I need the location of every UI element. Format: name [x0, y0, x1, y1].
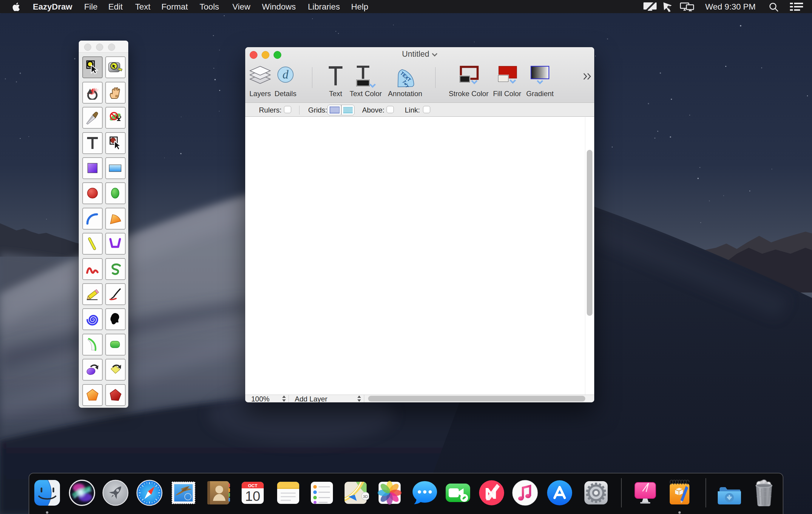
svg-text:3D: 3D [363, 494, 368, 499]
svg-text:OCT: OCT [248, 483, 257, 488]
svg-text:10: 10 [245, 488, 260, 504]
svg-text:d: d [283, 68, 289, 81]
